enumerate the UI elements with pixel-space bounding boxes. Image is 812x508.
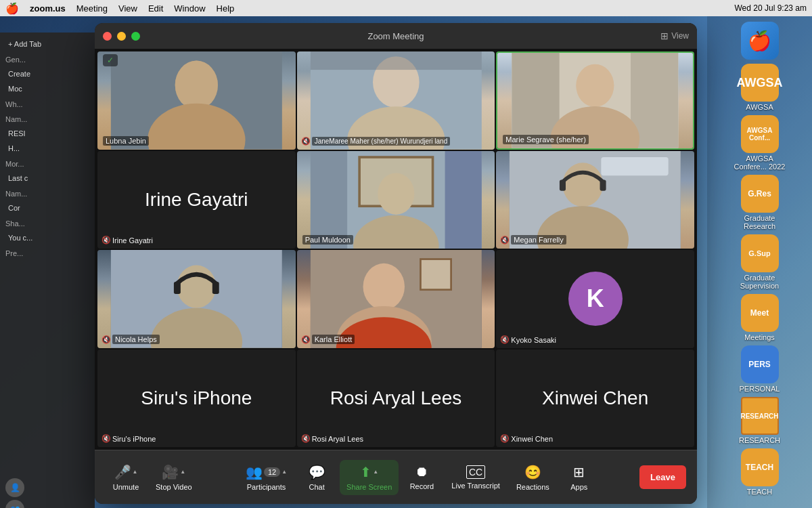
menu-view[interactable]: View: [118, 3, 137, 14]
mute-icon-kyoko: 🔇: [500, 335, 510, 344]
mute-icon-janemaree: 🔇: [301, 137, 311, 146]
stop-video-button[interactable]: 🎥 ▲ Stop Video: [149, 460, 199, 495]
mute-icon-karla: 🔇: [301, 335, 311, 344]
maximize-button[interactable]: [131, 32, 140, 41]
name-lubna: Lubna Jebin: [103, 136, 149, 146]
video-cell-janemaree: 🔇 JaneMaree Maher (she/her) Wurundjeri l…: [297, 51, 495, 150]
record-button[interactable]: ⏺ Record: [401, 460, 442, 494]
name-nicola: Nicola Helps: [112, 335, 160, 344]
mic-chevron[interactable]: ▲: [133, 469, 138, 475]
video-karla: [297, 250, 495, 348]
sidebar-section-1: Gen...: [5, 53, 89, 65]
video-chevron[interactable]: ▲: [180, 469, 185, 475]
desktop-icon-personal[interactable]: PERS PERSONAL: [733, 345, 787, 393]
reactions-icon: 😊: [524, 464, 541, 480]
unmute-button[interactable]: 🎤 ▲ Unmute: [106, 460, 146, 495]
video-icon: 🎥: [162, 464, 179, 480]
menu-help[interactable]: Help: [217, 3, 235, 14]
svg-rect-35: [212, 282, 219, 294]
video-cell-megan: 🔇 Megan Farrelly: [496, 151, 694, 249]
apps-button[interactable]: ⊞ Apps: [559, 460, 600, 495]
sidebar-item-1[interactable]: Create: [5, 68, 89, 80]
desktop-icon-grad-research[interactable]: G.Res Graduate Research: [733, 175, 787, 230]
share-screen-button[interactable]: ⬆ ▲ Share Screen: [340, 460, 399, 495]
apple-menu[interactable]: 🍎: [5, 2, 19, 15]
desktop-icon-awgsa2022[interactable]: AWGSA Conf... AWGSA Confere... 2022: [733, 115, 787, 171]
video-cell-marie: Marie Segrave (she/her): [496, 51, 694, 150]
desktop-icon-teach[interactable]: TEACH TEACH: [733, 448, 787, 496]
video-cell-siru: Siru's iPhone 🔇 Siru's iPhone: [97, 350, 296, 448]
participants-button[interactable]: 👥 12 ▲ Participants: [239, 460, 294, 495]
desktop: + Add Tab Gen... Create Moc Wh... Nam...…: [0, 16, 812, 508]
shield-icon: ✓: [107, 56, 114, 65]
name-siru: Siru's iPhone: [112, 435, 156, 443]
window-titlebar: Zoom Meeting ⊞ View: [95, 23, 697, 49]
svg-rect-18: [311, 151, 347, 249]
chat-button[interactable]: 💬 Chat: [296, 460, 337, 495]
desktop-icon-meetings[interactable]: Meet Meetings: [733, 294, 787, 341]
video-cell-kyoko: K 🔇 Kyoko Sasaki: [496, 250, 694, 348]
video-cell-paul: Paul Muldoon: [297, 151, 495, 249]
sidebar-avatar[interactable]: 👤: [5, 478, 24, 497]
toolbar-left: 🎤 ▲ Unmute 🎥 ▲ Stop Video: [106, 460, 199, 495]
zoom-toolbar: 🎤 ▲ Unmute 🎥 ▲ Stop Video: [95, 450, 697, 504]
desktop-icon-awgsa-label: AWGSA: [746, 103, 773, 111]
desktop-icon-research[interactable]: RESEARCH RESEARCH: [733, 397, 787, 444]
menubar-time: Wed 20 Jul 9:23 am: [734, 3, 807, 13]
svg-point-14: [577, 64, 614, 107]
sidebar-contacts[interactable]: 👥: [5, 500, 24, 508]
stop-video-label: Stop Video: [156, 483, 192, 491]
mute-icon-xinwei: 🔇: [500, 434, 510, 443]
video-megan: [496, 151, 694, 249]
video-lubna: [97, 51, 296, 150]
apps-label: Apps: [570, 483, 587, 491]
sidebar-item-cor[interactable]: Cor: [5, 202, 89, 214]
apps-icon: ⊞: [573, 464, 585, 480]
video-cell-nicola: 🔇 Nicola Helps: [97, 250, 296, 348]
sidebar-item-youcan: You c...: [5, 232, 89, 244]
participants-chevron[interactable]: ▲: [281, 469, 287, 475]
sidebar-section-4: Mor...: [5, 157, 89, 169]
sidebar-item-resi[interactable]: RESI: [5, 127, 89, 140]
window-controls: [103, 32, 140, 41]
unmute-label: Unmute: [113, 483, 139, 491]
svg-point-21: [378, 173, 414, 214]
desktop-icon-grad-supervision[interactable]: G.Sup Graduate Supervision: [733, 234, 787, 290]
leave-button[interactable]: Leave: [639, 465, 686, 489]
svg-point-26: [563, 163, 604, 207]
video-marie: [497, 53, 693, 148]
svg-rect-19: [445, 151, 481, 249]
sidebar-item-lastc[interactable]: Last c: [5, 172, 89, 184]
sidebar-item-2[interactable]: Moc: [5, 83, 89, 95]
chat-icon: 💬: [309, 464, 325, 480]
name-xinwei: Xinwei Chen: [511, 435, 553, 443]
name-big-rosi: Rosi Aryal Lees: [323, 387, 469, 409]
sidebar-add-tab[interactable]: + Add Tab: [5, 38, 89, 50]
name-marie: Marie Segrave (she/her): [503, 135, 589, 144]
live-transcript-button[interactable]: CC Live Transcript: [445, 461, 507, 494]
name-kyoko: Kyoko Sasaki: [511, 336, 556, 344]
video-cell-irine: Irine Gayatri 🔇 Irine Gayatri: [97, 151, 296, 249]
mute-icon-rosi: 🔇: [301, 434, 311, 443]
app-name[interactable]: zoom.us: [30, 3, 66, 14]
video-cell-rosi: Rosi Aryal Lees 🔇 Rosi Aryal Lees: [297, 350, 495, 448]
svg-rect-38: [420, 259, 451, 290]
menu-meeting[interactable]: Meeting: [76, 3, 108, 14]
desktop-icon-finder[interactable]: 🍎: [733, 22, 787, 60]
view-button[interactable]: ⊞ View: [660, 30, 689, 41]
desktop-icon-personal-label: PERSONAL: [740, 385, 780, 393]
reactions-button[interactable]: 😊 Reactions: [510, 460, 556, 495]
menu-window[interactable]: Window: [174, 3, 205, 14]
avatar-kyoko: K: [568, 272, 623, 326]
desktop-icon-awgsa[interactable]: AWGSA AWGSA: [733, 64, 787, 111]
share-chevron[interactable]: ▲: [373, 469, 378, 475]
sidebar-item-h[interactable]: H...: [5, 142, 89, 154]
record-label: Record: [410, 482, 434, 490]
mute-icon-nicola: 🔇: [102, 335, 111, 344]
minimize-button[interactable]: [117, 32, 126, 41]
live-transcript-icon: CC: [466, 465, 485, 479]
close-button[interactable]: [103, 32, 112, 41]
menu-edit[interactable]: Edit: [148, 3, 163, 14]
svg-point-39: [363, 263, 404, 310]
svg-rect-29: [600, 179, 606, 190]
